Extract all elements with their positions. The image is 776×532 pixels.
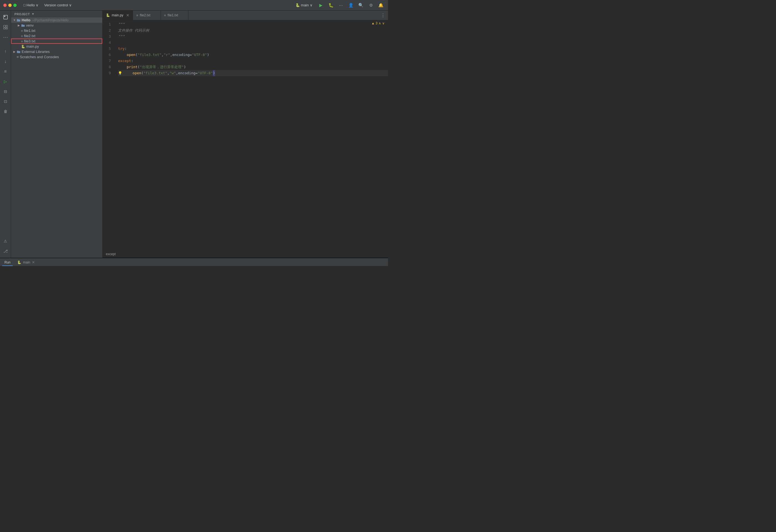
folder-icon-venv — [21, 24, 25, 27]
code-token: open — [127, 52, 135, 58]
folder-icon-extlibs — [17, 50, 20, 54]
tree-item-file2[interactable]: ≡ file2.txt — [11, 33, 102, 38]
tab-bar: 🐍 main.py ✕ ≡ file2.txt ≡ file1.txt ⋮ — [103, 11, 388, 20]
run-tab-close-icon[interactable]: ✕ — [32, 260, 35, 264]
tab-py-icon: 🐍 — [106, 13, 110, 17]
code-token: "w" — [169, 70, 176, 76]
more-actions-button[interactable]: ⋯ — [337, 1, 345, 9]
tab-label-main-py: main.py — [112, 13, 123, 17]
code-token: "r" — [164, 52, 170, 58]
code-token: """ — [118, 21, 125, 27]
svg-rect-5 — [6, 28, 7, 29]
run-tab-run[interactable]: Run — [2, 259, 13, 266]
run-target-selector[interactable]: 🐍 main ∨ — [293, 2, 315, 8]
activity-more-icon[interactable]: ⋯ — [1, 33, 10, 42]
tab-label-file1: file1.txt — [167, 13, 178, 17]
code-token: "出现异常，进行异常处理" — [140, 64, 184, 70]
code-token: , — [162, 52, 164, 58]
sidebar-header[interactable]: Project ▾ — [11, 11, 102, 17]
tab-main-py[interactable]: 🐍 main.py ✕ — [103, 11, 133, 20]
activity-layers-icon[interactable]: ≡ — [1, 67, 10, 76]
search-icon[interactable]: 🔍 — [357, 1, 365, 9]
code-line-7: except : — [118, 58, 388, 64]
code-area[interactable]: """ 文件操作 代码示例 """ try : — [114, 20, 388, 77]
python-run-icon: 🐍 — [17, 260, 21, 264]
folder-icon — [17, 18, 20, 22]
activity-structure-icon[interactable] — [1, 23, 10, 32]
tree-item-extlibs[interactable]: ▶ External Libraries — [11, 49, 102, 54]
tree-item-file3[interactable]: ≡ file3.txt — [11, 38, 102, 44]
project-menu[interactable]: □ Hello ∨ — [21, 2, 41, 8]
project-header-label: Project — [14, 12, 30, 16]
tree-item-mainpy[interactable]: 🐍 main.py — [11, 44, 102, 49]
code-line-1: """ — [118, 21, 388, 27]
line-numbers: 1 2 3 4 5 6 7 8 9 — [103, 20, 114, 251]
file-txt-icon-1: ≡ — [21, 29, 23, 32]
code-token: ( — [138, 64, 140, 70]
version-control-menu[interactable]: Version control ∨ — [42, 2, 74, 8]
sidebar-tree: ▼ Hello ~/PycharmProjects/Hello ▶ venv — [11, 17, 102, 258]
tree-item-hello[interactable]: ▼ Hello ~/PycharmProjects/Hello — [11, 17, 102, 23]
tab-file2-txt[interactable]: ≡ file2.txt — [133, 11, 161, 20]
notifications-icon[interactable]: 🔔 — [377, 1, 385, 9]
tab-txt-icon-2: ≡ — [136, 14, 138, 17]
tab-more-button[interactable]: ⋮ — [378, 13, 388, 18]
activity-git-pull-icon[interactable]: ↓ — [1, 57, 10, 66]
debug-button[interactable]: 🐛 — [327, 1, 335, 9]
project-icon: □ — [23, 3, 25, 7]
close-button[interactable] — [3, 4, 7, 7]
tree-arrow-venv: ▶ — [17, 24, 21, 27]
activity-trash-icon[interactable]: 🗑 — [1, 107, 10, 116]
code-token: "UTF-8" — [192, 52, 207, 58]
tree-label-hello: Hello — [22, 18, 30, 22]
code-token: try — [118, 46, 125, 52]
activity-run-icon[interactable]: ▷ — [1, 77, 10, 86]
hint-bulb-icon[interactable]: 💡 — [118, 70, 122, 76]
code-line-8: print ( "出现异常，进行异常处理" ) — [118, 64, 388, 70]
tab-close-main-py[interactable]: ✕ — [126, 13, 130, 17]
activity-terminal-icon[interactable]: ⊟ — [1, 87, 10, 96]
minimize-button[interactable] — [8, 4, 12, 7]
code-token: ( — [136, 52, 138, 58]
code-token: "file3.txt" — [138, 52, 161, 58]
tree-label-scratches: Scratches and Consoles — [20, 55, 59, 59]
run-target-label: main — [301, 3, 309, 7]
version-control-label: Version control — [44, 3, 68, 7]
code-line-3: """ — [118, 33, 388, 40]
maximize-button[interactable] — [13, 4, 17, 7]
tree-arrow-extlibs: ▶ — [12, 50, 17, 53]
run-target-arrow-icon: ∨ — [310, 3, 313, 7]
tree-item-venv[interactable]: ▶ venv — [11, 23, 102, 28]
code-token: 文件操作 代码示例 — [118, 27, 149, 33]
code-token: encoding= — [178, 70, 198, 76]
run-button[interactable]: ▶ — [317, 1, 325, 9]
activity-git-push-icon[interactable]: ↑ — [1, 47, 10, 56]
run-panel-tabs: Run 🐍 main ✕ — [0, 258, 388, 266]
version-control-arrow-icon: ∨ — [69, 3, 72, 7]
code-token: encoding= — [172, 52, 192, 58]
svg-rect-4 — [6, 25, 7, 27]
activity-git-icon[interactable]: ⎇ — [1, 247, 10, 255]
activity-project-icon[interactable] — [1, 13, 10, 22]
account-icon[interactable]: 👤 — [347, 1, 355, 9]
tree-path-hello: ~/PycharmProjects/Hello — [32, 18, 69, 22]
sidebar-arrow-icon: ▾ — [32, 12, 34, 16]
file-txt-icon-3: ≡ — [21, 40, 23, 43]
code-indent — [118, 52, 127, 58]
tree-item-scratches[interactable]: ≡ Scratches and Consoles — [11, 54, 102, 59]
activity-problems-icon[interactable]: ⚠ — [1, 237, 10, 246]
tree-label-file2: file2.txt — [24, 34, 35, 38]
tab-file1-txt[interactable]: ≡ file1.txt — [161, 11, 188, 20]
editor-content[interactable]: ▲ 3 ∧ ∨ 1 2 3 4 5 6 7 8 9 """ — [103, 20, 388, 251]
project-label: Hello — [27, 3, 35, 7]
titlebar-menus: □ Hello ∨ Version control ∨ — [21, 2, 74, 8]
code-token: "UTF-8" — [198, 70, 213, 76]
code-token: print — [127, 64, 138, 70]
svg-rect-3 — [4, 28, 6, 29]
activity-build-icon[interactable]: ⊡ — [1, 97, 10, 106]
run-tab-main[interactable]: 🐍 main ✕ — [15, 259, 37, 266]
tab-label-file2: file2.txt — [140, 13, 150, 17]
settings-icon[interactable]: ⚙ — [367, 1, 375, 9]
tree-label-mainpy: main.py — [26, 44, 39, 48]
tree-item-file1[interactable]: ≡ file1.txt — [11, 28, 102, 33]
